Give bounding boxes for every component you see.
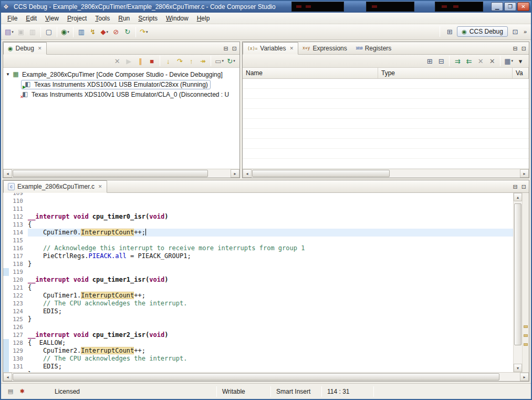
- menu-help[interactable]: Help: [193, 13, 214, 24]
- close-icon[interactable]: ✕: [98, 184, 102, 189]
- delete-icon[interactable]: ✕: [475, 55, 486, 67]
- resume-icon[interactable]: ▶: [123, 55, 134, 67]
- menu-view[interactable]: View: [41, 13, 63, 24]
- code-text[interactable]: [28, 193, 513, 197]
- scroll-left-icon[interactable]: ◂: [243, 169, 252, 178]
- line-number[interactable]: 123: [9, 300, 28, 307]
- close-icon[interactable]: ✕: [38, 46, 42, 51]
- restart-icon[interactable]: ↻▾: [225, 55, 237, 67]
- save-icon[interactable]: ▣: [15, 26, 27, 38]
- code-line[interactable]: 118}: [3, 260, 513, 268]
- code-text[interactable]: {: [28, 221, 513, 229]
- table-row[interactable]: [243, 149, 529, 159]
- line-number[interactable]: 121: [9, 284, 28, 292]
- menu-edit[interactable]: Edit: [22, 13, 41, 24]
- refresh-icon[interactable]: ↻: [122, 26, 133, 38]
- dropdown-arrow-icon[interactable]: ▾: [146, 30, 148, 34]
- table-row[interactable]: [243, 89, 529, 99]
- expand-arrow-icon[interactable]: ▼: [4, 72, 12, 77]
- code-area[interactable]: 109110111112__interrupt void cpu_timer0_…: [3, 193, 513, 372]
- line-number[interactable]: 115: [9, 237, 28, 244]
- line-number[interactable]: 120: [9, 276, 28, 284]
- scroll-down-icon[interactable]: ▾: [514, 364, 522, 372]
- code-line[interactable]: 128{ EALLOW;: [3, 339, 513, 347]
- menu-run[interactable]: Run: [114, 13, 134, 24]
- code-text[interactable]: [28, 237, 513, 244]
- code-text[interactable]: CpuTimer0.InterruptCount++;: [28, 229, 513, 237]
- maximize-button[interactable]: ❐: [504, 2, 516, 11]
- maximize-view-icon[interactable]: ⊡: [232, 45, 237, 52]
- new-watch-icon[interactable]: ▦▾: [503, 55, 515, 67]
- close-button[interactable]: ✕: [517, 2, 529, 11]
- step-into-icon[interactable]: ↓: [162, 55, 174, 67]
- flash-icon[interactable]: ◆▾: [99, 26, 110, 38]
- code-line[interactable]: 121{: [3, 284, 513, 292]
- line-number[interactable]: 126: [9, 323, 28, 331]
- line-number[interactable]: 125: [9, 315, 28, 323]
- menu-scripts[interactable]: Scripts: [134, 13, 162, 24]
- line-number[interactable]: 116: [9, 244, 28, 252]
- scroll-left-icon[interactable]: ◂: [3, 169, 12, 178]
- maximize-view-icon[interactable]: ⊡: [521, 183, 526, 190]
- save-all-icon[interactable]: ▥: [27, 26, 38, 38]
- table-row[interactable]: [243, 99, 529, 109]
- code-text[interactable]: [28, 205, 513, 213]
- instruction-step-icon[interactable]: ↠: [197, 55, 208, 67]
- tab-variables[interactable]: (x)=Variables✕: [243, 42, 298, 55]
- code-text[interactable]: }: [28, 260, 513, 268]
- tab-debug[interactable]: ◉ Debug ✕: [3, 42, 47, 55]
- dropdown-arrow-icon[interactable]: ▾: [222, 59, 224, 63]
- scroll-thumb[interactable]: [13, 170, 208, 177]
- line-number[interactable]: 128: [9, 339, 28, 347]
- code-line[interactable]: 115: [3, 237, 513, 244]
- minimize-view-icon[interactable]: ⊟: [224, 45, 228, 52]
- dropdown-arrow-icon[interactable]: ▾: [12, 30, 14, 34]
- console-icon[interactable]: ▢: [43, 26, 55, 38]
- code-text[interactable]: {: [28, 284, 513, 292]
- code-text[interactable]: [28, 197, 513, 205]
- line-number[interactable]: 118: [9, 260, 28, 268]
- line-number[interactable]: 130: [9, 355, 28, 363]
- debug-icon[interactable]: ◉▾: [59, 26, 71, 38]
- line-number[interactable]: 114: [9, 229, 28, 237]
- dropdown-arrow-icon[interactable]: ▾: [67, 30, 69, 34]
- new-wizard-icon[interactable]: ▤▾: [3, 26, 15, 38]
- close-icon[interactable]: ✕: [289, 46, 294, 51]
- table-row[interactable]: [243, 159, 529, 169]
- license-icon[interactable]: ✱: [18, 387, 26, 396]
- code-line[interactable]: 112__interrupt void cpu_timer0_isr(void): [3, 213, 513, 221]
- debug-tree-item[interactable]: ◧✕Texas Instruments XDS100v1 USB Emulato…: [3, 89, 239, 99]
- line-number[interactable]: 119: [9, 268, 28, 276]
- code-line[interactable]: 120__interrupt void cpu_timer1_isr(void): [3, 276, 513, 284]
- open-perspective-icon[interactable]: ⊞: [444, 26, 455, 37]
- maximize-view-icon[interactable]: ⊡: [521, 45, 526, 52]
- code-line[interactable]: 116 // Acknowledge this interrupt to rec…: [3, 244, 513, 252]
- view-menu-icon[interactable]: ▾: [515, 55, 526, 67]
- code-line[interactable]: 123 // The CPU acknowledges the interrup…: [3, 300, 513, 307]
- code-line[interactable]: 113{: [3, 221, 513, 229]
- import-icon[interactable]: ⇉: [452, 55, 463, 67]
- dropdown-arrow-icon[interactable]: ▾: [233, 59, 235, 63]
- column-header-type[interactable]: Type: [378, 68, 513, 78]
- editor-mode-icon[interactable]: ▤: [6, 387, 15, 396]
- line-number[interactable]: 111: [9, 205, 28, 213]
- tab-expressions[interactable]: x+yExpressions: [298, 42, 351, 54]
- perspective-overflow-chevron[interactable]: »: [523, 28, 528, 35]
- line-number[interactable]: 129: [9, 347, 28, 355]
- table-row[interactable]: [243, 129, 529, 139]
- code-text[interactable]: PieCtrlRegs.PIEACK.all = PIEACK_GROUP1;: [28, 252, 513, 260]
- code-line[interactable]: 129 CpuTimer2.InterruptCount++;: [3, 347, 513, 355]
- code-text[interactable]: // The CPU acknowledges the interrupt.: [28, 300, 513, 307]
- code-line[interactable]: 119: [3, 268, 513, 276]
- code-line[interactable]: 109: [3, 193, 513, 197]
- line-number[interactable]: 113: [9, 221, 28, 229]
- table-row[interactable]: [243, 119, 529, 129]
- title-bar[interactable]: ❖ CCS Debug - Example_2806xCpuTimer/Exam…: [1, 1, 531, 13]
- overview-ruler[interactable]: [522, 193, 529, 372]
- menu-file[interactable]: File: [3, 13, 22, 24]
- export-icon[interactable]: ⇇: [463, 55, 475, 67]
- code-line[interactable]: 117 PieCtrlRegs.PIEACK.all = PIEACK_GROU…: [3, 252, 513, 260]
- table-row[interactable]: [243, 109, 529, 119]
- code-line[interactable]: 130 // The CPU acknowledges the interrup…: [3, 355, 513, 363]
- debug-tree-item[interactable]: ◧▶Texas Instruments XDS100v1 USB Emulato…: [3, 79, 239, 89]
